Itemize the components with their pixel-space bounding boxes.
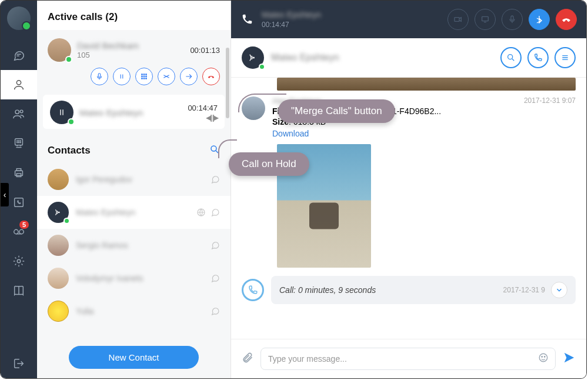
contact-item-selected[interactable]: Mateo Epshteyn — [37, 196, 230, 229]
held-caller-avatar — [50, 101, 74, 124]
keypad-button[interactable] — [135, 68, 153, 85]
phone-icon — [248, 285, 258, 295]
video-button[interactable] — [447, 9, 469, 30]
phone-card-icon — [12, 196, 25, 209]
contact-avatar — [48, 202, 69, 223]
screen-share-button[interactable] — [475, 9, 496, 30]
logout-icon — [12, 357, 25, 370]
mic-toggle-button[interactable] — [502, 9, 523, 30]
svg-point-28 — [58, 212, 60, 214]
message-composer: Type your message... — [231, 339, 586, 378]
mic-icon — [95, 72, 103, 81]
svg-rect-12 — [16, 174, 21, 177]
screen-icon — [480, 15, 490, 24]
contact-item[interactable]: Sergio Ramos — [37, 229, 230, 262]
nav-logout[interactable] — [1, 349, 37, 378]
svg-point-25 — [143, 78, 145, 79]
nav-voicemail[interactable]: 5 — [1, 217, 37, 246]
contacts-list: Igor Peregudov Mateo Epshteyn Sergio Ram… — [37, 163, 230, 338]
svg-point-15 — [19, 229, 24, 234]
svg-point-37 — [544, 356, 546, 358]
new-contact-button[interactable]: New Contact — [69, 346, 199, 369]
mic-icon — [507, 15, 517, 24]
call-banner-time: 00:14:47 — [262, 21, 321, 29]
broadcast-icon — [248, 52, 258, 63]
active-calls-header: Active calls (2) — [37, 1, 230, 30]
download-link[interactable]: Download — [272, 129, 576, 138]
svg-point-19 — [143, 74, 145, 75]
bluetooth-button[interactable] — [529, 9, 550, 30]
svg-point-2 — [20, 110, 23, 113]
emoji-icon — [538, 352, 549, 363]
svg-point-14 — [14, 229, 18, 234]
svg-rect-30 — [455, 18, 459, 22]
chat-bubble-icon — [12, 49, 25, 62]
globe-icon — [196, 208, 206, 217]
nav-chat[interactable] — [1, 41, 37, 70]
people-icon — [12, 108, 25, 121]
call-log-icon-wrap — [242, 279, 264, 301]
svg-point-26 — [146, 78, 147, 79]
hangup-icon — [562, 15, 571, 24]
annotation-merge: "Merge Calls" button — [278, 99, 395, 123]
attach-button[interactable] — [242, 352, 253, 366]
nav-contacts[interactable] — [1, 70, 37, 99]
panel-scrollbar[interactable] — [226, 48, 229, 118]
chat-icon — [211, 306, 220, 316]
voicemail-badge: 5 — [19, 221, 29, 229]
caller-name: David Bechkam — [77, 41, 139, 51]
chat-search-button[interactable] — [500, 47, 522, 68]
chat-icon — [211, 175, 220, 184]
call-log-entry: Call: 0 minutes, 9 seconds 2017-12-31 9 — [242, 276, 576, 304]
chat-panel: Mateo Epshteyn 00:14:47 Mateo Epshteyn — [231, 1, 586, 378]
contact-avatar — [48, 301, 69, 322]
mic-button[interactable] — [91, 68, 108, 85]
call-banner-name: Mateo Epshteyn — [262, 10, 321, 19]
svg-point-16 — [17, 259, 21, 263]
nav-book[interactable] — [1, 276, 37, 305]
merge-calls-button[interactable] — [158, 68, 175, 85]
message-input[interactable]: Type your message... — [260, 348, 556, 370]
bluetooth-icon — [534, 15, 544, 24]
svg-point-4 — [17, 141, 18, 141]
chat-call-button[interactable] — [527, 47, 549, 68]
chat-header: Mateo Epshteyn — [231, 38, 586, 78]
svg-rect-11 — [16, 169, 21, 171]
end-call-button[interactable] — [556, 9, 577, 30]
caller-extension: 105 — [77, 51, 139, 59]
chat-icon — [211, 208, 220, 217]
forward-icon — [185, 72, 193, 81]
hold-indicator-icon: ◀|| ||▶ — [188, 114, 218, 122]
hangup-button[interactable] — [202, 68, 220, 85]
hold-button[interactable] — [113, 68, 131, 85]
chat-icon — [211, 241, 220, 250]
fax-icon — [12, 166, 25, 179]
expand-button[interactable] — [551, 282, 567, 298]
chat-menu-button[interactable] — [554, 47, 576, 68]
annotation-hold: Call on Hold — [229, 152, 309, 176]
held-call[interactable]: Mateo Epshteyn 00:14:47 ◀|| ||▶ — [43, 95, 225, 129]
call-log-ts: 2017-12-31 9 — [503, 286, 545, 294]
dialer-icon — [12, 137, 25, 150]
emoji-button[interactable] — [538, 352, 549, 365]
nav-settings[interactable] — [1, 246, 37, 276]
sidebar-nav: 5 ‹ — [1, 1, 37, 378]
nav-expand-handle[interactable]: ‹ — [1, 183, 9, 206]
svg-rect-17 — [98, 74, 101, 77]
svg-point-6 — [20, 141, 21, 141]
contact-item[interactable]: Igor Peregudov — [37, 163, 230, 196]
contact-item[interactable]: Yulia — [37, 295, 230, 328]
active-call-1[interactable]: David Bechkam 105 00:01:13 — [37, 30, 230, 91]
nav-team[interactable] — [1, 99, 37, 129]
send-button[interactable] — [563, 351, 576, 366]
transfer-button[interactable] — [180, 68, 198, 85]
nav-dialer[interactable] — [1, 129, 37, 158]
svg-point-1 — [15, 110, 19, 114]
svg-point-8 — [18, 142, 19, 143]
svg-point-35 — [539, 354, 547, 362]
contact-item[interactable]: Volodymyr Ivanets — [37, 262, 230, 295]
profile-avatar[interactable] — [7, 6, 31, 30]
svg-point-5 — [18, 141, 19, 141]
menu-icon — [560, 53, 570, 62]
contact-avatar — [48, 235, 69, 256]
